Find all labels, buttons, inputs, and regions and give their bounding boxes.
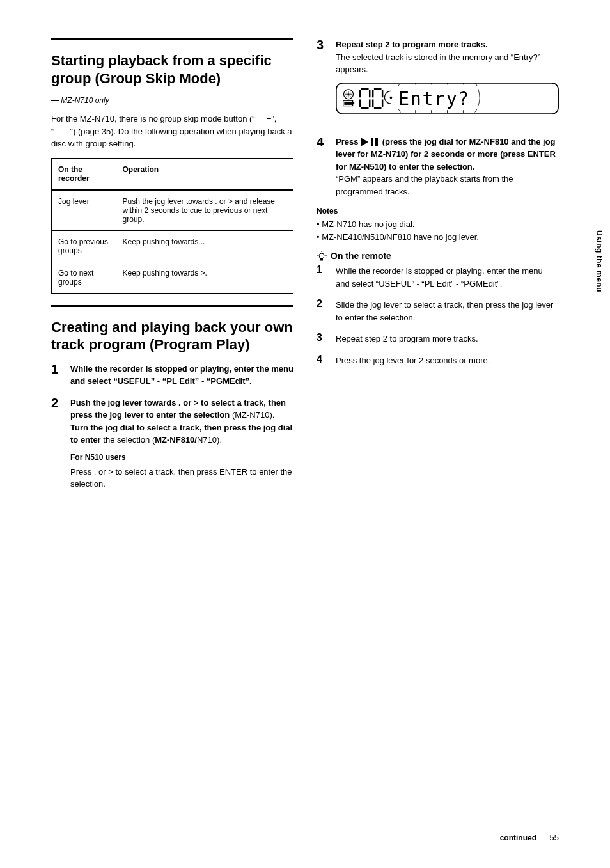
remote-step-4-text: Press the jog lever for 2 seconds or mor…	[336, 354, 490, 367]
svg-marker-23	[361, 138, 368, 146]
step-number: 2	[51, 397, 64, 491]
cell-next-groups-desc: Keep pushing towards >.	[116, 262, 293, 293]
section-rule	[51, 38, 293, 40]
svg-rect-24	[371, 138, 373, 146]
section1-model-note: — MZ-N710 only	[51, 96, 293, 105]
section1-paragraph: For the MZ-N710, there is no group skip …	[51, 113, 293, 150]
step-2-model2b: MZ-NF810/	[155, 435, 197, 445]
n510-text: Press . or > to select a track, then pre…	[70, 466, 293, 491]
remote-subhead: On the remote	[317, 251, 559, 261]
page-content: Starting playback from a specific group …	[0, 0, 610, 525]
side-tab: Using the menu	[595, 230, 604, 292]
step-number: 3	[317, 333, 329, 345]
step-2-model: (MZ-N710).	[232, 410, 274, 420]
step-1-lead: While the recorder is stopped or playing…	[70, 364, 293, 386]
step-3-lead: Repeat step 2 to program more tracks.	[336, 40, 488, 49]
svg-rect-32	[321, 258, 323, 260]
page-number: 55	[550, 833, 559, 842]
left-column: Starting playback from a specific group …	[51, 38, 293, 500]
section1-title: Starting playback from a specific group …	[51, 52, 293, 87]
table-row: Jog lever Push the jog lever towards . o…	[52, 190, 293, 231]
svg-point-9	[390, 97, 391, 98]
notes-text: • MZ-N710 has no jog dial. • MZ-NE410/N5…	[317, 218, 559, 243]
play-pause-icon	[361, 138, 380, 146]
notes-head: Notes	[317, 207, 559, 216]
th-operation: Operation	[116, 158, 293, 190]
cell-jog-lever: Jog lever	[52, 190, 116, 231]
step-3-desc: The selected track is stored in the memo…	[336, 52, 540, 75]
right-column: 3 Repeat step 2 to program more tracks. …	[317, 38, 559, 500]
svg-rect-25	[375, 138, 378, 146]
table-header-row: On the recorder Operation	[52, 158, 293, 190]
step-3-text: Repeat step 2 to program more tracks. Th…	[336, 38, 559, 127]
svg-line-27	[318, 252, 319, 253]
section-rule	[51, 305, 293, 307]
svg-rect-8	[353, 102, 354, 104]
n510-head: For N510 users	[70, 452, 293, 463]
remote-step-2: 2 Slide the jog lever to select a track,…	[317, 299, 559, 324]
operation-table: On the recorder Operation Jog lever Push…	[51, 158, 293, 294]
table-row: Go to previous groups Keep pushing towar…	[52, 230, 293, 262]
table-row: Go to next groups Keep pushing towards >…	[52, 262, 293, 293]
step-number: 1	[317, 265, 329, 290]
step-number: 4	[317, 354, 329, 367]
svg-line-17	[398, 109, 400, 112]
svg-line-22	[475, 109, 477, 112]
svg-line-28	[325, 252, 326, 253]
step-2-text: Push the jog lever towards . or > to sel…	[70, 397, 293, 491]
remote-step-1: 1 While the recorder is stopped or playi…	[317, 265, 559, 290]
remote-subhead-text: On the remote	[331, 251, 391, 261]
section2-title: Creating and playing back your own track…	[51, 319, 293, 354]
step-4: 4 Press (press the jog dial for MZ-NF810…	[317, 136, 559, 198]
step-number: 4	[317, 136, 329, 198]
cell-prev-groups: Go to previous groups	[52, 230, 116, 262]
step-4-lead-a: Press	[336, 137, 361, 146]
step-4-desc: “PGM” appears and the playback starts fr…	[336, 174, 513, 196]
remote-step-4: 4 Press the jog lever for 2 seconds or m…	[317, 354, 559, 367]
svg-point-31	[319, 253, 324, 258]
tip-icon	[317, 251, 327, 261]
cell-next-groups: Go to next groups	[52, 262, 116, 293]
remote-step-1-text: While the recorder is stopped or playing…	[336, 265, 559, 290]
remote-step-3-text: Repeat step 2 to program more tracks.	[336, 333, 478, 345]
step-1: 1 While the recorder is stopped or playi…	[51, 363, 293, 388]
svg-text:Entry?: Entry?	[398, 88, 470, 109]
remote-step-2-text: Slide the jog lever to select a track, t…	[336, 299, 559, 324]
step-number: 2	[317, 299, 329, 324]
step-2: 2 Push the jog lever towards . or > to s…	[51, 397, 293, 491]
lcd-display: Entry?	[336, 83, 559, 118]
continued-label: continued	[500, 833, 536, 842]
step-2-model2c: N710).	[197, 435, 222, 445]
cell-prev-groups-desc: Keep pushing towards ..	[116, 230, 293, 262]
step-number: 3	[317, 38, 329, 127]
step-4-text: Press (press the jog dial for MZ-NF810 a…	[336, 136, 559, 198]
remote-step-3: 3 Repeat step 2 to program more tracks.	[317, 333, 559, 345]
step-number: 1	[51, 363, 64, 388]
svg-rect-7	[344, 101, 352, 104]
th-recorder: On the recorder	[52, 158, 116, 190]
step-2-model2a: the selection (	[103, 435, 155, 445]
step-1-text: While the recorder is stopped or playing…	[70, 363, 293, 388]
cell-jog-lever-desc: Push the jog lever towards . or > and re…	[116, 190, 293, 231]
step-3: 3 Repeat step 2 to program more tracks. …	[317, 38, 559, 127]
